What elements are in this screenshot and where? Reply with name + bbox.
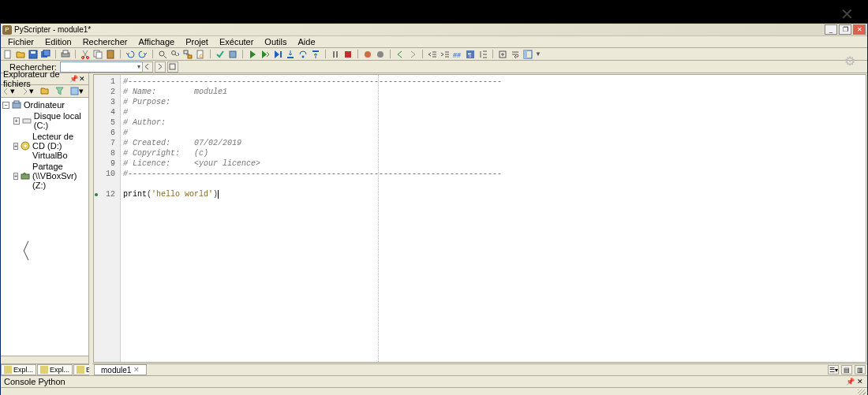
search-input[interactable] bbox=[60, 61, 147, 73]
nav-back-icon[interactable] bbox=[395, 50, 405, 59]
pause-icon[interactable] bbox=[331, 50, 340, 59]
line-numbers-icon[interactable] bbox=[478, 50, 488, 59]
panel-pin-icon[interactable]: 📌 bbox=[69, 75, 77, 83]
sidebar-tab-1[interactable]: Expl... bbox=[37, 364, 73, 375]
find-next-icon[interactable] bbox=[170, 50, 180, 59]
paste-icon[interactable] bbox=[106, 50, 115, 59]
sidebar-hscroll[interactable] bbox=[1, 356, 88, 363]
tab-close-icon[interactable]: ✕ bbox=[133, 366, 140, 374]
gear-icon[interactable]: ⚙ bbox=[844, 54, 855, 69]
undo-icon[interactable] bbox=[125, 50, 135, 59]
close-button[interactable]: ✕ bbox=[853, 24, 866, 35]
copy-icon[interactable] bbox=[93, 50, 103, 59]
python-engine-icon[interactable] bbox=[363, 50, 372, 59]
menu-projet[interactable]: Projet bbox=[180, 36, 214, 47]
svg-rect-2 bbox=[31, 51, 36, 54]
svg-rect-26 bbox=[345, 51, 351, 58]
prev-arrow-icon[interactable]: 〈 bbox=[9, 237, 32, 266]
file-explorer-panel: Explorateur de fichiers 📌 ✕ ▾ ▾ ▾ −Ordin… bbox=[1, 73, 89, 375]
tree-item[interactable]: +Disque local (C:) bbox=[2, 110, 87, 131]
cut-icon[interactable] bbox=[80, 50, 90, 59]
menu-executer[interactable]: Exécuter bbox=[214, 36, 259, 47]
sidebar-tab-0[interactable]: Expl... bbox=[1, 364, 36, 375]
tree-root[interactable]: −Ordinateur bbox=[2, 99, 87, 110]
titlebar: P PyScripter - module1* _ ❐ ✕ bbox=[1, 24, 867, 36]
editor-tab-module1[interactable]: module1 ✕ bbox=[94, 364, 147, 375]
svg-rect-43 bbox=[21, 174, 29, 179]
search-prev-icon[interactable] bbox=[142, 61, 153, 73]
console-close-icon[interactable]: ✕ bbox=[856, 378, 864, 386]
run-external-icon[interactable] bbox=[260, 50, 270, 59]
menu-edition[interactable]: Edition bbox=[39, 36, 77, 47]
menu-rechercher[interactable]: Rechercher bbox=[77, 36, 133, 47]
special-chars-icon[interactable]: ¶ bbox=[466, 50, 475, 59]
stop-icon[interactable] bbox=[343, 50, 353, 59]
find-icon[interactable] bbox=[158, 50, 167, 59]
split-horizontal-icon[interactable]: ▤ bbox=[841, 365, 852, 375]
editor-tab-label: module1 bbox=[101, 366, 131, 375]
layouts-icon[interactable] bbox=[523, 50, 533, 59]
svg-text:##: ## bbox=[453, 51, 461, 59]
svg-rect-11 bbox=[107, 50, 114, 58]
nav-back-icon[interactable]: ▾ bbox=[2, 86, 15, 96]
svg-point-22 bbox=[302, 55, 305, 58]
outdent-icon[interactable] bbox=[428, 50, 437, 59]
minimize-button[interactable]: _ bbox=[825, 24, 837, 35]
import-module-icon[interactable] bbox=[228, 50, 238, 59]
step-over-icon[interactable] bbox=[298, 50, 308, 59]
console-pin-icon[interactable]: 📌 bbox=[846, 378, 854, 386]
svg-rect-19 bbox=[230, 51, 236, 58]
svg-point-7 bbox=[82, 56, 84, 58]
menu-aide[interactable]: Aide bbox=[292, 36, 320, 47]
open-file-icon[interactable] bbox=[16, 50, 25, 59]
print-icon[interactable] bbox=[61, 50, 70, 59]
console-panel-header: Console Python 📌 ✕ bbox=[1, 375, 867, 387]
new-file-icon[interactable] bbox=[3, 50, 13, 59]
search-next-icon[interactable] bbox=[155, 61, 166, 73]
status-bar bbox=[1, 387, 867, 395]
nav-fwd-icon[interactable]: ▾ bbox=[21, 86, 34, 96]
find-in-files-icon[interactable] bbox=[196, 50, 205, 59]
comment-icon[interactable]: ## bbox=[453, 50, 462, 59]
pyscripter-window: P PyScripter - module1* _ ❐ ✕ Fichier Ed… bbox=[0, 23, 868, 395]
svg-rect-6 bbox=[63, 50, 68, 54]
save-icon[interactable] bbox=[28, 50, 38, 59]
tree-item[interactable]: +Lecteur de CD (D:) VirtualBo bbox=[2, 131, 87, 161]
run-icon[interactable] bbox=[248, 50, 257, 59]
folder-icon[interactable] bbox=[40, 87, 49, 95]
main-toolbar: ## ¶ ▼ bbox=[1, 48, 867, 61]
svg-rect-10 bbox=[96, 52, 102, 58]
step-out-icon[interactable] bbox=[311, 50, 320, 59]
tree-item[interactable]: +Partage (\\VBoxSvr) (Z:) bbox=[2, 161, 87, 191]
reinit-icon[interactable] bbox=[376, 50, 385, 59]
maximize-button[interactable]: ❐ bbox=[839, 24, 851, 35]
svg-point-28 bbox=[377, 51, 383, 58]
explorer-opts-icon[interactable]: ▾ bbox=[70, 86, 84, 96]
split-vertical-icon[interactable]: ▥ bbox=[855, 365, 866, 375]
nav-fwd-icon[interactable] bbox=[408, 50, 417, 59]
svg-rect-20 bbox=[280, 51, 282, 58]
filter-icon[interactable] bbox=[55, 87, 64, 95]
svg-rect-21 bbox=[287, 57, 294, 58]
replace-icon[interactable] bbox=[183, 50, 193, 59]
code-editor[interactable]: 1234567891012 #-------------------------… bbox=[93, 74, 866, 363]
search-options-icon[interactable] bbox=[167, 61, 178, 73]
word-wrap-icon[interactable] bbox=[511, 50, 520, 59]
menu-fichier[interactable]: Fichier bbox=[2, 36, 39, 47]
svg-rect-24 bbox=[333, 51, 335, 58]
tab-list-icon[interactable]: ☰▾ bbox=[828, 365, 839, 375]
syntax-check-icon[interactable] bbox=[215, 50, 225, 59]
save-all-icon[interactable] bbox=[41, 50, 51, 59]
redo-icon[interactable] bbox=[138, 50, 148, 59]
menu-affichage[interactable]: Affichage bbox=[133, 36, 181, 47]
svg-rect-38 bbox=[14, 101, 19, 103]
step-into-icon[interactable] bbox=[286, 50, 295, 59]
svg-point-13 bbox=[159, 51, 164, 56]
menu-outils[interactable]: Outils bbox=[259, 36, 292, 47]
code-folding-icon[interactable] bbox=[498, 50, 507, 59]
indent-icon[interactable] bbox=[440, 50, 450, 59]
app-icon: P bbox=[2, 25, 12, 35]
overlay-close-icon[interactable]: ✕ bbox=[840, 5, 854, 24]
debug-icon[interactable] bbox=[273, 50, 282, 59]
panel-close-icon[interactable]: ✕ bbox=[78, 75, 86, 83]
